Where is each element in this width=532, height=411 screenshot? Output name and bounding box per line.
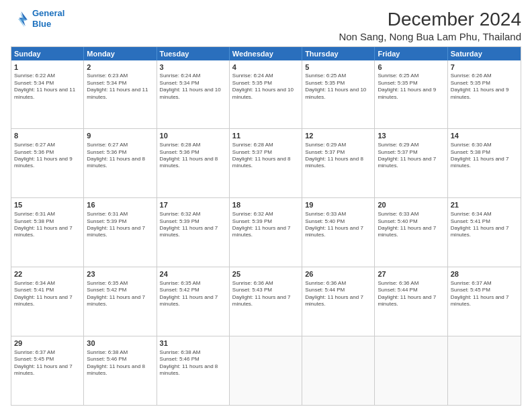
day-number: 24 <box>160 269 226 279</box>
sunrise-text: Sunrise: 6:31 AM <box>87 211 153 218</box>
sunrise-text: Sunrise: 6:36 AM <box>378 280 444 287</box>
sunset-text: Sunset: 5:36 PM <box>14 149 81 156</box>
sunset-text: Sunset: 5:39 PM <box>87 218 153 225</box>
day-number: 19 <box>305 200 371 210</box>
sunset-text: Sunset: 5:41 PM <box>14 287 81 293</box>
calendar-cell: 19Sunrise: 6:33 AMSunset: 5:40 PMDayligh… <box>302 198 375 267</box>
calendar-cell: 22Sunrise: 6:34 AMSunset: 5:41 PMDayligh… <box>11 267 84 336</box>
header-cell-friday: Friday <box>375 47 447 60</box>
sunrise-text: Sunrise: 6:34 AM <box>451 211 518 218</box>
daylight-text: Daylight: 11 hours and 10 minutes. <box>160 87 226 101</box>
calendar-row-1: 8Sunrise: 6:27 AMSunset: 5:36 PMDaylight… <box>11 129 521 198</box>
sunrise-text: Sunrise: 6:38 AM <box>87 349 153 356</box>
calendar-cell: 29Sunrise: 6:37 AMSunset: 5:45 PMDayligh… <box>11 336 84 405</box>
day-number: 2 <box>87 62 153 73</box>
day-number: 10 <box>160 131 226 141</box>
sunrise-text: Sunrise: 6:25 AM <box>378 73 444 79</box>
sunset-text: Sunset: 5:42 PM <box>87 287 153 293</box>
day-number: 7 <box>451 62 518 73</box>
daylight-text: Daylight: 11 hours and 9 minutes. <box>451 87 518 101</box>
logo-icon <box>11 9 30 28</box>
daylight-text: Daylight: 11 hours and 7 minutes. <box>378 156 444 170</box>
calendar-cell: 24Sunrise: 6:35 AMSunset: 5:42 PMDayligh… <box>157 267 230 336</box>
sunrise-text: Sunrise: 6:26 AM <box>451 73 518 79</box>
calendar-cell: 28Sunrise: 6:37 AMSunset: 5:45 PMDayligh… <box>448 267 521 336</box>
sunrise-text: Sunrise: 6:31 AM <box>14 211 81 218</box>
sunset-text: Sunset: 5:34 PM <box>14 80 81 87</box>
day-number: 6 <box>378 62 444 73</box>
page: General Blue December 2024 Non Sang, Non… <box>0 0 532 411</box>
daylight-text: Daylight: 11 hours and 8 minutes. <box>87 363 153 377</box>
calendar-row-4: 29Sunrise: 6:37 AMSunset: 5:45 PMDayligh… <box>11 336 521 405</box>
title-block: December 2024 Non Sang, Nong Bua Lam Phu… <box>339 8 521 42</box>
sunset-text: Sunset: 5:36 PM <box>87 149 153 156</box>
day-number: 26 <box>305 269 371 279</box>
sunrise-text: Sunrise: 6:34 AM <box>14 280 81 287</box>
sunrise-text: Sunrise: 6:25 AM <box>305 73 371 79</box>
sunrise-text: Sunrise: 6:35 AM <box>87 280 153 287</box>
calendar-cell: 27Sunrise: 6:36 AMSunset: 5:44 PMDayligh… <box>375 267 447 336</box>
daylight-text: Daylight: 11 hours and 7 minutes. <box>232 294 299 308</box>
calendar-cell: 20Sunrise: 6:33 AMSunset: 5:40 PMDayligh… <box>375 198 447 267</box>
calendar-cell: 16Sunrise: 6:31 AMSunset: 5:39 PMDayligh… <box>84 198 157 267</box>
calendar-cell: 26Sunrise: 6:36 AMSunset: 5:44 PMDayligh… <box>302 267 375 336</box>
day-number: 12 <box>305 131 371 141</box>
daylight-text: Daylight: 11 hours and 7 minutes. <box>305 225 371 239</box>
calendar-header: SundayMondayTuesdayWednesdayThursdayFrid… <box>11 47 521 60</box>
logo-line1: General <box>32 8 64 18</box>
daylight-text: Daylight: 11 hours and 7 minutes. <box>305 294 371 308</box>
sunrise-text: Sunrise: 6:23 AM <box>87 73 153 79</box>
day-number: 20 <box>378 200 444 210</box>
header-cell-thursday: Thursday <box>302 47 375 60</box>
calendar-cell: 6Sunrise: 6:25 AMSunset: 5:35 PMDaylight… <box>375 60 447 129</box>
sunset-text: Sunset: 5:35 PM <box>232 80 299 87</box>
sunset-text: Sunset: 5:42 PM <box>160 287 226 293</box>
sunset-text: Sunset: 5:37 PM <box>378 149 444 156</box>
day-number: 16 <box>87 200 153 210</box>
daylight-text: Daylight: 11 hours and 7 minutes. <box>451 156 518 170</box>
calendar-cell: 2Sunrise: 6:23 AMSunset: 5:34 PMDaylight… <box>84 60 157 129</box>
sunrise-text: Sunrise: 6:38 AM <box>160 349 226 356</box>
day-number: 22 <box>14 269 81 279</box>
sunrise-text: Sunrise: 6:35 AM <box>160 280 226 287</box>
daylight-text: Daylight: 11 hours and 7 minutes. <box>160 294 226 308</box>
calendar-cell: 25Sunrise: 6:36 AMSunset: 5:43 PMDayligh… <box>230 267 302 336</box>
day-number: 30 <box>87 338 153 349</box>
calendar-row-2: 15Sunrise: 6:31 AMSunset: 5:38 PMDayligh… <box>11 198 521 267</box>
daylight-text: Daylight: 11 hours and 7 minutes. <box>451 225 518 239</box>
daylight-text: Daylight: 11 hours and 10 minutes. <box>232 87 299 101</box>
daylight-text: Daylight: 11 hours and 7 minutes. <box>451 294 518 308</box>
svg-marker-1 <box>18 12 26 27</box>
sunrise-text: Sunrise: 6:28 AM <box>160 142 226 148</box>
day-number: 18 <box>232 200 299 210</box>
calendar-cell: 1Sunrise: 6:22 AMSunset: 5:34 PMDaylight… <box>11 60 84 129</box>
sunset-text: Sunset: 5:35 PM <box>378 80 444 87</box>
sunrise-text: Sunrise: 6:36 AM <box>305 280 371 287</box>
sunset-text: Sunset: 5:39 PM <box>232 218 299 225</box>
day-number: 3 <box>160 62 226 73</box>
sub-title: Non Sang, Nong Bua Lam Phu, Thailand <box>339 31 521 42</box>
sunrise-text: Sunrise: 6:37 AM <box>14 349 81 356</box>
daylight-text: Daylight: 11 hours and 7 minutes. <box>232 225 299 239</box>
sunrise-text: Sunrise: 6:24 AM <box>232 73 299 79</box>
calendar-cell: 15Sunrise: 6:31 AMSunset: 5:38 PMDayligh… <box>11 198 84 267</box>
daylight-text: Daylight: 11 hours and 8 minutes. <box>232 156 299 170</box>
header-cell-monday: Monday <box>84 47 157 60</box>
calendar-cell <box>230 336 302 405</box>
sunset-text: Sunset: 5:38 PM <box>14 218 81 225</box>
calendar-cell: 17Sunrise: 6:32 AMSunset: 5:39 PMDayligh… <box>157 198 230 267</box>
day-number: 31 <box>160 338 226 349</box>
sunset-text: Sunset: 5:39 PM <box>160 218 226 225</box>
header-cell-wednesday: Wednesday <box>230 47 302 60</box>
main-title: December 2024 <box>339 8 521 31</box>
calendar-cell: 12Sunrise: 6:29 AMSunset: 5:37 PMDayligh… <box>302 129 375 197</box>
sunset-text: Sunset: 5:46 PM <box>160 356 226 363</box>
day-number: 1 <box>14 62 81 73</box>
daylight-text: Daylight: 11 hours and 8 minutes. <box>160 363 226 377</box>
sunset-text: Sunset: 5:44 PM <box>305 287 371 293</box>
day-number: 14 <box>451 131 518 141</box>
sunrise-text: Sunrise: 6:30 AM <box>451 142 518 148</box>
sunset-text: Sunset: 5:43 PM <box>232 287 299 293</box>
day-number: 13 <box>378 131 444 141</box>
day-number: 23 <box>87 269 153 279</box>
